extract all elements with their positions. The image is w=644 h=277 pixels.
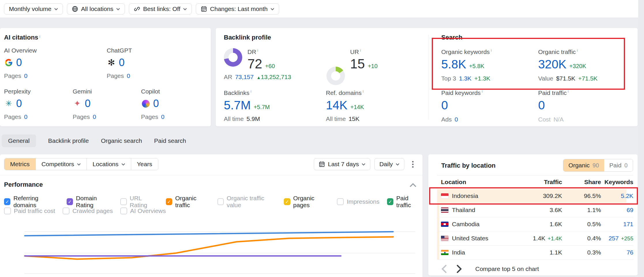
traffic-value: 3.6K	[513, 207, 562, 214]
dr-donut-chart	[224, 48, 242, 67]
monthly-volume-filter[interactable]: Monthly volume	[4, 3, 63, 14]
info-icon[interactable]: i	[577, 48, 578, 53]
metrics-label: Metrics	[10, 161, 30, 168]
ai-citations-title: AI citations	[4, 34, 38, 41]
ref-domains-value[interactable]: 14K	[326, 99, 348, 111]
locations-segment[interactable]: Locations	[87, 158, 131, 170]
changes-filter[interactable]: Changes: Last month	[196, 3, 279, 14]
perplexity-value[interactable]: 0	[16, 98, 22, 109]
info-icon[interactable]: i	[360, 48, 361, 53]
tab-backlink-profile[interactable]: Backlink profile	[48, 134, 89, 147]
ads-value[interactable]: 0	[455, 116, 458, 123]
pages-value[interactable]: 0	[24, 72, 28, 79]
traffic-by-location-card: Traffic by location Organic90 Paid0 Loca…	[428, 154, 638, 276]
chatgpt-value[interactable]: 0	[119, 57, 125, 68]
gemini-label: Gemini	[73, 88, 96, 95]
best-links-filter[interactable]: Best links: Off	[129, 3, 192, 14]
info-icon[interactable]: i	[482, 89, 483, 93]
locations-filter[interactable]: All locations	[67, 3, 125, 14]
info-icon[interactable]: i	[363, 89, 364, 93]
chevron-down-icon	[396, 163, 399, 166]
organic-keywords-value[interactable]: 5.8K	[441, 58, 466, 70]
ai-overview-value[interactable]: 0	[16, 57, 22, 68]
table-row-thailand[interactable]: Thailand 3.6K 1.1% 69	[437, 203, 633, 217]
ads-label: Ads	[441, 116, 452, 123]
keywords-link[interactable]: 69	[601, 207, 633, 214]
paid-traffic-value[interactable]: 0	[538, 99, 545, 111]
ur-label: UR	[350, 48, 359, 55]
keywords-link[interactable]: 257+255	[601, 235, 633, 242]
checkbox-crawled-pages[interactable]: Crawled pages	[63, 207, 113, 214]
top3-value[interactable]: 1.3K	[459, 75, 471, 82]
table-row-indonesia[interactable]: Indonesia 309.2K 96.5% 5.2K	[437, 189, 633, 203]
checkbox-domain-rating[interactable]: Domain Rating	[67, 195, 113, 209]
organic-traffic-value[interactable]: 320K	[538, 58, 566, 70]
checkbox-impressions[interactable]: Impressions	[337, 198, 379, 205]
pages-label: Pages	[73, 113, 90, 120]
column-traffic[interactable]: Traffic	[513, 179, 562, 186]
date-range-button[interactable]: Last 7 days	[314, 158, 370, 170]
copilot-value[interactable]: 0	[153, 98, 159, 109]
table-row-united-states[interactable]: United States 1.4K+1.4K 0.4% 257+255	[437, 231, 633, 246]
column-location[interactable]: Location	[437, 179, 513, 186]
info-icon[interactable]: i	[40, 34, 40, 39]
checkbox-ai-overviews[interactable]: AI Overviews	[120, 207, 166, 214]
checkbox-organic-traffic[interactable]: Organic traffic	[166, 195, 210, 209]
toggle-organic[interactable]: Organic90	[563, 159, 604, 171]
checkbox-paid-traffic[interactable]: Paid traffic	[387, 195, 423, 209]
keywords-link[interactable]: 5.2K	[601, 192, 633, 199]
column-keywords[interactable]: Keywords	[601, 179, 633, 186]
backlink-profile-title: Backlink profile	[224, 34, 271, 41]
gemini-block: Gemini ✦ 0 Pages0	[73, 88, 96, 120]
collapse-chevron-up-icon[interactable]	[410, 183, 416, 187]
metrics-segment[interactable]: Metrics	[4, 158, 36, 170]
pages-value[interactable]: 0	[127, 72, 130, 79]
info-icon[interactable]: i	[257, 48, 258, 53]
info-icon[interactable]: i	[251, 89, 251, 93]
column-share[interactable]: Share	[562, 179, 601, 186]
flag-cambodia-icon	[441, 222, 448, 227]
years-segment[interactable]: Years	[131, 158, 158, 170]
checkbox-organic-pages[interactable]: Organic pages	[284, 195, 329, 209]
ar-value[interactable]: 73,157	[235, 74, 254, 81]
copilot-icon	[141, 99, 150, 108]
next-page-icon[interactable]	[456, 265, 462, 273]
backlink-search-card: Backlink profile DRi 72 +60 AR 73,157 ▲1…	[216, 28, 638, 126]
keywords-link[interactable]: 76	[601, 249, 633, 256]
pages-label: Pages	[4, 113, 21, 120]
paid-keywords-value[interactable]: 0	[441, 99, 448, 111]
scrollbar-gutter[interactable]	[638, 0, 644, 277]
globe-icon	[72, 6, 78, 12]
backlinks-value[interactable]: 5.7M	[224, 99, 251, 111]
checkbox-paid-traffic-cost[interactable]: Paid traffic cost	[4, 207, 55, 214]
performance-line-chart[interactable]	[17, 222, 421, 277]
top3-delta: +1.3K	[474, 75, 490, 82]
prev-page-icon[interactable]	[441, 265, 447, 273]
checkbox-organic-traffic-value[interactable]: Organic traffic value	[217, 195, 277, 209]
tab-paid-search[interactable]: Paid search	[154, 134, 186, 147]
granularity-button[interactable]: Daily	[374, 158, 404, 170]
pages-value[interactable]: 0	[24, 113, 28, 120]
tab-general[interactable]: General	[2, 134, 36, 147]
table-row-cambodia[interactable]: Cambodia 1.6K 0.5% 171	[437, 217, 633, 231]
checkbox-url-rating[interactable]: URL Rating	[120, 195, 158, 209]
performance-title: Performance	[4, 181, 43, 188]
checkbox-icon	[120, 207, 127, 214]
gemini-value[interactable]: 0	[85, 98, 91, 109]
checkbox-referring-domains[interactable]: Referring domains	[4, 195, 59, 209]
tab-organic-search[interactable]: Organic search	[101, 134, 142, 147]
pages-value[interactable]: 0	[93, 113, 96, 120]
table-row-india[interactable]: India 1.1K 0.3% 76	[437, 246, 633, 260]
checkbox-icon	[337, 198, 344, 205]
more-options-kebab-icon[interactable]	[408, 158, 417, 170]
ur-delta: +10	[368, 63, 378, 70]
pages-value[interactable]: 0	[161, 113, 165, 120]
chevron-down-icon	[183, 8, 187, 10]
flag-united-states-icon	[441, 236, 448, 241]
info-icon[interactable]: i	[568, 89, 569, 93]
competitors-segment[interactable]: Competitors	[36, 158, 87, 170]
toggle-paid[interactable]: Paid0	[604, 159, 633, 171]
keywords-link[interactable]: 171	[601, 221, 633, 228]
info-icon[interactable]: i	[491, 48, 492, 53]
compare-top5-button[interactable]: Compare top 5 on chart	[475, 265, 539, 272]
